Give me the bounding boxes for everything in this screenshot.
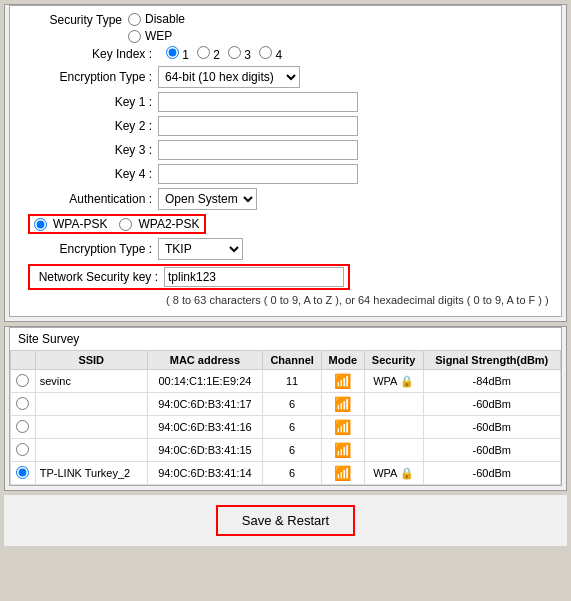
save-restart-area: Save & Restart bbox=[4, 495, 567, 546]
key3-row: Key 3 : bbox=[18, 140, 553, 160]
save-restart-button[interactable]: Save & Restart bbox=[216, 505, 355, 536]
survey-mac: 94:0C:6D:B3:41:14 bbox=[147, 462, 262, 485]
survey-channel: 6 bbox=[263, 462, 322, 485]
survey-row-radio[interactable] bbox=[16, 443, 29, 456]
key-index-3-label: 3 bbox=[228, 46, 251, 62]
security-form: Security Type Disable WEP Key Index : 1 … bbox=[9, 5, 562, 317]
wpa2-psk-radio[interactable] bbox=[119, 218, 132, 231]
survey-signal: -60dBm bbox=[423, 416, 560, 439]
survey-row-radio[interactable] bbox=[16, 397, 29, 410]
key-index-2-label: 2 bbox=[197, 46, 220, 62]
wpa-row-container: WPA-PSK WPA2-PSK bbox=[18, 214, 553, 234]
key3-input[interactable] bbox=[158, 140, 358, 160]
survey-signal: -60dBm bbox=[423, 439, 560, 462]
wpa-psk-radio[interactable] bbox=[34, 218, 47, 231]
key4-label: Key 4 : bbox=[28, 167, 158, 181]
key4-input[interactable] bbox=[158, 164, 358, 184]
survey-mac: 94:0C:6D:B3:41:16 bbox=[147, 416, 262, 439]
encryption-type-select[interactable]: 64-bit (10 hex digits) 128-bit (26 hex d… bbox=[158, 66, 300, 88]
survey-row-radio[interactable] bbox=[16, 466, 29, 479]
network-key-input[interactable] bbox=[164, 267, 344, 287]
key1-row: Key 1 : bbox=[18, 92, 553, 112]
survey-mac: 00:14:C1:1E:E9:24 bbox=[147, 370, 262, 393]
security-type-label: Security Type bbox=[28, 12, 128, 27]
wifi-icon: 📶 bbox=[334, 373, 351, 389]
table-row: 94:0C:6D:B3:41:166📶-60dBm bbox=[11, 416, 561, 439]
table-row: 94:0C:6D:B3:41:176📶-60dBm bbox=[11, 393, 561, 416]
key-index-4-radio[interactable] bbox=[259, 46, 272, 59]
survey-security bbox=[364, 393, 423, 416]
security-options: Disable WEP bbox=[128, 12, 185, 43]
security-panel: Security Type Disable WEP Key Index : 1 … bbox=[4, 4, 567, 322]
survey-row-radio[interactable] bbox=[16, 420, 29, 433]
table-header-row: SSID MAC address Channel Mode Security S… bbox=[11, 351, 561, 370]
survey-mac: 94:0C:6D:B3:41:15 bbox=[147, 439, 262, 462]
key-index-1-radio[interactable] bbox=[166, 46, 179, 59]
survey-security bbox=[364, 416, 423, 439]
survey-channel: 11 bbox=[263, 370, 322, 393]
disable-option-row: Disable bbox=[128, 12, 185, 26]
wpa-encryption-label: Encryption Type : bbox=[28, 242, 158, 256]
key1-input[interactable] bbox=[158, 92, 358, 112]
table-row: TP-LINK Turkey_294:0C:6D:B3:41:146📶WPA 🔒… bbox=[11, 462, 561, 485]
wpa-highlight-box: WPA-PSK WPA2-PSK bbox=[28, 214, 206, 234]
network-key-container: Network Security key : bbox=[18, 264, 553, 290]
key4-row: Key 4 : bbox=[18, 164, 553, 184]
wpa-encryption-select[interactable]: TKIP AES TKIP&AES bbox=[158, 238, 243, 260]
table-row: 94:0C:6D:B3:41:156📶-60dBm bbox=[11, 439, 561, 462]
survey-security: WPA 🔒 bbox=[364, 370, 423, 393]
col-channel: Channel bbox=[263, 351, 322, 370]
survey-ssid bbox=[35, 393, 147, 416]
wep-option-row: WEP bbox=[128, 29, 185, 43]
wifi-icon: 📶 bbox=[334, 419, 351, 435]
survey-mac: 94:0C:6D:B3:41:17 bbox=[147, 393, 262, 416]
wep-label: WEP bbox=[145, 29, 172, 43]
site-survey-panel: Site Survey SSID MAC address Channel Mod… bbox=[4, 326, 567, 491]
survey-signal: -84dBm bbox=[423, 370, 560, 393]
wpa2-psk-label: WPA2-PSK bbox=[138, 217, 199, 231]
auth-select[interactable]: Open System Shared Key Auto bbox=[158, 188, 257, 210]
key-index-4-label: 4 bbox=[259, 46, 282, 62]
table-row: sevinc00:14:C1:1E:E9:2411📶WPA 🔒-84dBm bbox=[11, 370, 561, 393]
col-mode: Mode bbox=[322, 351, 364, 370]
wifi-icon: 📶 bbox=[334, 465, 351, 481]
site-survey-title: Site Survey bbox=[10, 328, 561, 350]
survey-signal: -60dBm bbox=[423, 462, 560, 485]
col-signal: Signal Strength(dBm) bbox=[423, 351, 560, 370]
encryption-type-row: Encryption Type : 64-bit (10 hex digits)… bbox=[18, 66, 553, 88]
key2-label: Key 2 : bbox=[28, 119, 158, 133]
survey-security bbox=[364, 439, 423, 462]
survey-ssid: sevinc bbox=[35, 370, 147, 393]
key2-row: Key 2 : bbox=[18, 116, 553, 136]
key3-label: Key 3 : bbox=[28, 143, 158, 157]
wpa-psk-label: WPA-PSK bbox=[53, 217, 107, 231]
col-mac: MAC address bbox=[147, 351, 262, 370]
wifi-icon: 📶 bbox=[334, 442, 351, 458]
encryption-type-label: Encryption Type : bbox=[28, 70, 158, 84]
network-key-label: Network Security key : bbox=[34, 270, 164, 284]
col-radio bbox=[11, 351, 36, 370]
survey-signal: -60dBm bbox=[423, 393, 560, 416]
site-survey-table: SSID MAC address Channel Mode Security S… bbox=[10, 350, 561, 485]
key-index-2-radio[interactable] bbox=[197, 46, 210, 59]
wep-radio[interactable] bbox=[128, 30, 141, 43]
survey-channel: 6 bbox=[263, 393, 322, 416]
disable-label: Disable bbox=[145, 12, 185, 26]
survey-ssid bbox=[35, 416, 147, 439]
wpa-encryption-row: Encryption Type : TKIP AES TKIP&AES bbox=[18, 238, 553, 260]
network-key-highlight-box: Network Security key : bbox=[28, 264, 350, 290]
survey-channel: 6 bbox=[263, 439, 322, 462]
auth-row: Authentication : Open System Shared Key … bbox=[18, 188, 553, 210]
key-index-label: Key Index : bbox=[28, 47, 158, 61]
site-survey-section: Site Survey SSID MAC address Channel Mod… bbox=[9, 327, 562, 486]
hint-text: ( 8 to 63 characters ( 0 to 9, A to Z ),… bbox=[18, 293, 553, 308]
key2-input[interactable] bbox=[158, 116, 358, 136]
security-type-row: Security Type Disable WEP bbox=[18, 12, 553, 43]
auth-label: Authentication : bbox=[28, 192, 158, 206]
survey-row-radio[interactable] bbox=[16, 374, 29, 387]
disable-radio[interactable] bbox=[128, 13, 141, 26]
survey-security: WPA 🔒 bbox=[364, 462, 423, 485]
survey-ssid bbox=[35, 439, 147, 462]
survey-ssid: TP-LINK Turkey_2 bbox=[35, 462, 147, 485]
key-index-3-radio[interactable] bbox=[228, 46, 241, 59]
